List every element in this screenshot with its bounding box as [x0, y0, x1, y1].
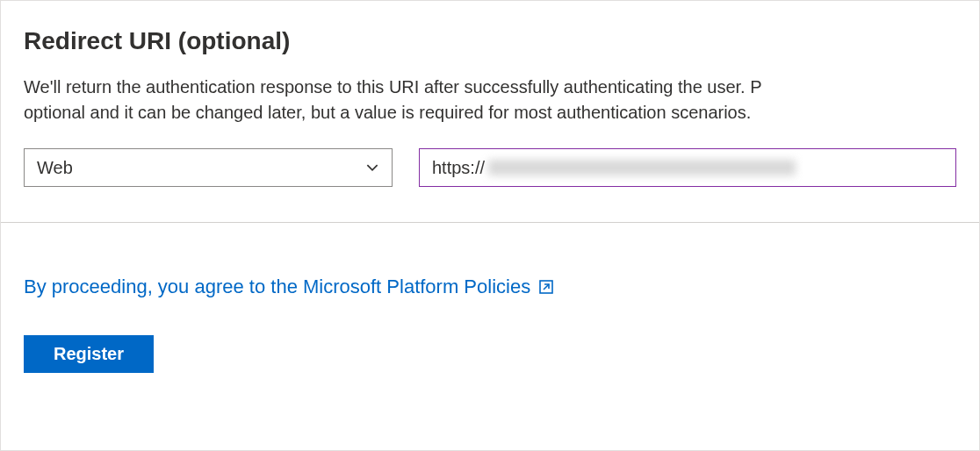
chevron-down-icon — [353, 160, 392, 175]
redirect-uri-section: Redirect URI (optional) We'll return the… — [1, 1, 979, 222]
platform-select-value: Web — [25, 158, 353, 178]
uri-input-prefix: https:// — [432, 158, 485, 178]
platform-select[interactable]: Web — [24, 148, 393, 187]
description-line-1: We'll return the authentication response… — [24, 75, 956, 100]
policy-link-text: By proceeding, you agree to the Microsof… — [24, 276, 530, 298]
svg-line-1 — [544, 284, 549, 290]
platform-policies-link[interactable]: By proceeding, you agree to the Microsof… — [24, 276, 555, 298]
description-line-2: optional and it can be changed later, bu… — [24, 100, 956, 125]
redirect-uri-row: Web https:// — [24, 148, 956, 187]
redirect-uri-input[interactable]: https:// — [419, 148, 956, 187]
section-description: We'll return the authentication response… — [24, 75, 956, 125]
register-button[interactable]: Register — [24, 335, 154, 373]
external-link-icon — [537, 278, 555, 296]
uri-input-obscured-value — [488, 160, 796, 175]
section-heading: Redirect URI (optional) — [24, 27, 956, 55]
footer-section: By proceeding, you agree to the Microsof… — [1, 223, 979, 399]
